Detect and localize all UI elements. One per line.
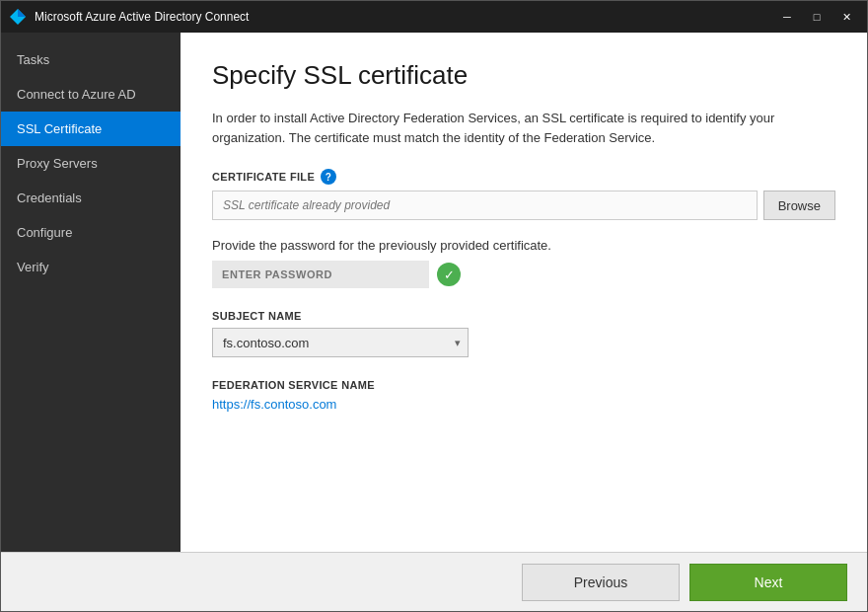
- subject-name-section: SUBJECT NAME fs.contoso.com: [212, 310, 835, 357]
- page-title: Specify SSL certificate: [212, 60, 835, 91]
- subject-name-select[interactable]: fs.contoso.com: [212, 328, 469, 357]
- certificate-file-row: Browse: [212, 191, 835, 220]
- title-bar-controls: ─ □ ✕: [774, 7, 859, 27]
- certificate-file-label: CERTIFICATE FILE ?: [212, 169, 835, 185]
- footer: Previous Next: [1, 552, 867, 611]
- title-bar: Microsoft Azure Active Directory Connect…: [1, 1, 867, 33]
- sidebar-item-connect-azure-ad[interactable]: Connect to Azure AD: [1, 77, 181, 112]
- minimize-button[interactable]: ─: [774, 7, 800, 27]
- password-section: Provide the password for the previously …: [212, 238, 835, 288]
- sidebar-item-ssl-certificate[interactable]: SSL Certificate: [1, 112, 181, 146]
- sidebar-item-configure[interactable]: Configure: [1, 215, 181, 250]
- maximize-button[interactable]: □: [804, 7, 830, 27]
- sidebar: Tasks Connect to Azure AD SSL Certificat…: [1, 33, 181, 552]
- sidebar-item-proxy-servers[interactable]: Proxy Servers: [1, 146, 181, 181]
- sidebar-item-tasks[interactable]: Tasks: [1, 42, 181, 77]
- password-check-icon: ✓: [437, 263, 461, 286]
- browse-button[interactable]: Browse: [763, 191, 835, 220]
- svg-marker-1: [18, 9, 26, 17]
- description: In order to install Active Directory Fed…: [212, 109, 824, 147]
- content-area: Specify SSL certificate In order to inst…: [181, 33, 867, 552]
- main-content: Tasks Connect to Azure AD SSL Certificat…: [1, 33, 867, 552]
- federation-service-label: FEDERATION SERVICE NAME: [212, 379, 835, 391]
- app-icon: [9, 8, 27, 26]
- federation-service-section: FEDERATION SERVICE NAME https://fs.conto…: [212, 379, 835, 412]
- sidebar-item-verify[interactable]: Verify: [1, 250, 181, 284]
- close-button[interactable]: ✕: [833, 7, 859, 27]
- password-row: ✓: [212, 261, 835, 288]
- subject-name-label: SUBJECT NAME: [212, 310, 835, 322]
- sidebar-item-credentials[interactable]: Credentials: [1, 181, 181, 215]
- title-bar-text: Microsoft Azure Active Directory Connect: [35, 10, 774, 24]
- federation-service-url: https://fs.contoso.com: [212, 397, 835, 412]
- password-hint: Provide the password for the previously …: [212, 238, 835, 253]
- next-button[interactable]: Next: [689, 564, 847, 601]
- subject-name-wrapper: fs.contoso.com: [212, 328, 469, 357]
- previous-button[interactable]: Previous: [522, 564, 680, 601]
- main-window: Microsoft Azure Active Directory Connect…: [0, 0, 868, 612]
- certificate-file-input[interactable]: [212, 191, 758, 220]
- password-input[interactable]: [212, 261, 429, 288]
- certificate-help-icon[interactable]: ?: [321, 169, 336, 185]
